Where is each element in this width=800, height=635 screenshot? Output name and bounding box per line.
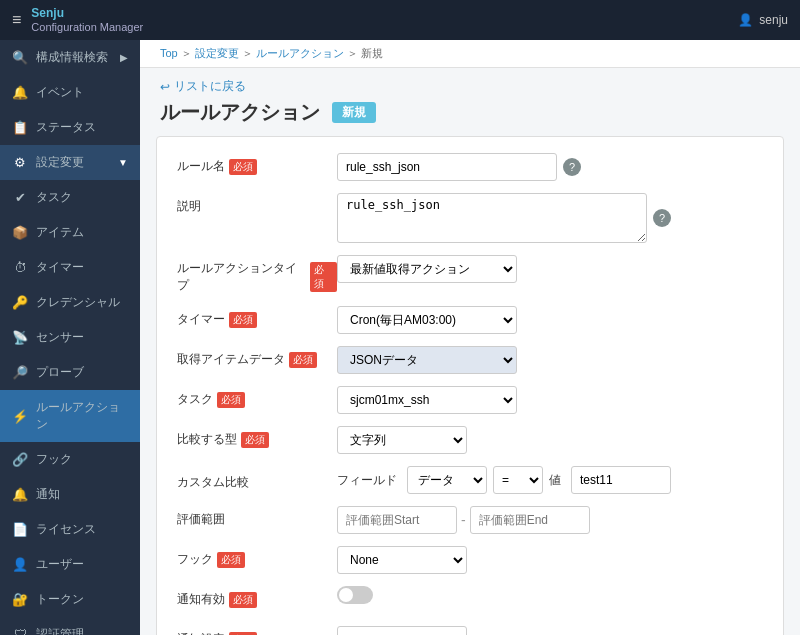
required-badge-2: 必須 xyxy=(310,262,337,292)
sidebar-item-task[interactable]: ✔ タスク xyxy=(0,180,140,215)
description-help-icon[interactable]: ? xyxy=(653,209,671,227)
sidebar-item-status[interactable]: 📋 ステータス xyxy=(0,110,140,145)
sidebar-item-rule-action[interactable]: ⚡ ルールアクション xyxy=(0,390,140,442)
form-panel: ルール名 必須 ? 説明 rule_ssh_json ? ルールア xyxy=(156,136,784,635)
sidebar-item-probe[interactable]: 🔎 プローブ xyxy=(0,355,140,390)
label-rule-name: ルール名 必須 xyxy=(177,153,337,175)
label-eval-range: 評価範囲 xyxy=(177,506,337,528)
form-row-notify-enabled: 通知有効 必須 xyxy=(177,586,763,614)
breadcrumb-config[interactable]: 設定変更 xyxy=(195,47,239,59)
form-row-eval-range: 評価範囲 - xyxy=(177,506,763,534)
notify-enabled-toggle[interactable] xyxy=(337,586,373,604)
control-description: rule_ssh_json ? xyxy=(337,193,763,243)
range-end-input[interactable] xyxy=(470,506,590,534)
field-label: フィールド xyxy=(337,472,397,489)
chevron-icon: ▶ xyxy=(120,52,128,63)
sidebar-item-hook[interactable]: 🔗 フック xyxy=(0,442,140,477)
fetch-data-select[interactable]: JSONデータ xyxy=(337,346,517,374)
notify-setting-select[interactable]: None xyxy=(337,626,467,635)
required-badge-5: 必須 xyxy=(217,392,245,408)
range-row: - xyxy=(337,506,590,534)
form-row-timer: タイマー 必須 Cron(毎日AM03:00) xyxy=(177,306,763,334)
sidebar-item-notification[interactable]: 🔔 通知 xyxy=(0,477,140,512)
compare-type-select[interactable]: 文字列 xyxy=(337,426,467,454)
control-timer: Cron(毎日AM03:00) xyxy=(337,306,763,334)
token-icon: 🔐 xyxy=(12,592,28,607)
sidebar-item-token[interactable]: 🔐 トークン xyxy=(0,582,140,617)
sidebar-item-auth[interactable]: 🛡 認証管理 xyxy=(0,617,140,635)
breadcrumb-rule-action[interactable]: ルールアクション xyxy=(256,47,344,59)
sidebar-item-event[interactable]: 🔔 イベント xyxy=(0,75,140,110)
form-row-task: タスク 必須 sjcm01mx_ssh xyxy=(177,386,763,414)
control-fetch-data: JSONデータ xyxy=(337,346,763,374)
probe-icon: 🔎 xyxy=(12,365,28,380)
control-task: sjcm01mx_ssh xyxy=(337,386,763,414)
required-badge-9: 必須 xyxy=(229,632,257,636)
label-compare-type: 比較する型 必須 xyxy=(177,426,337,448)
page-title: ルールアクション xyxy=(160,99,320,126)
form-row-compare-type: 比較する型 必須 文字列 xyxy=(177,426,763,454)
custom-value-input[interactable] xyxy=(571,466,671,494)
required-badge-8: 必須 xyxy=(229,592,257,608)
bell-icon: 🔔 xyxy=(12,85,28,100)
sidebar: 🔍 構成情報検索 ▶ 🔔 イベント 📋 ステータス ⚙ 設定変更 ▼ ✔ タスク… xyxy=(0,40,140,635)
form-row-rule-name: ルール名 必須 ? xyxy=(177,153,763,181)
sidebar-item-timer[interactable]: ⏱ タイマー xyxy=(0,250,140,285)
label-action-type: ルールアクションタイプ 必須 xyxy=(177,255,337,294)
required-badge-4: 必須 xyxy=(289,352,317,368)
form-row-notify-setting: 通知設定 必須 None xyxy=(177,626,763,635)
form-row-hook: フック 必須 None xyxy=(177,546,763,574)
sidebar-item-config-change[interactable]: ⚙ 設定変更 ▼ xyxy=(0,145,140,180)
label-notify-enabled: 通知有効 必須 xyxy=(177,586,337,608)
range-separator: - xyxy=(461,512,466,528)
description-textarea[interactable]: rule_ssh_json xyxy=(337,193,647,243)
label-hook: フック 必須 xyxy=(177,546,337,568)
check-icon: ✔ xyxy=(12,190,28,205)
back-link[interactable]: ↩ リストに戻る xyxy=(160,78,376,95)
hamburger-icon[interactable]: ≡ xyxy=(12,11,21,29)
form-row-description: 説明 rule_ssh_json ? xyxy=(177,193,763,243)
user-icon: 👤 xyxy=(12,557,28,572)
box-icon: 📦 xyxy=(12,225,28,240)
form-row-fetch-data: 取得アイテムデータ 必須 JSONデータ xyxy=(177,346,763,374)
label-fetch-data: 取得アイテムデータ 必須 xyxy=(177,346,337,368)
topbar-user: 👤 senju xyxy=(738,13,788,27)
required-badge-3: 必須 xyxy=(229,312,257,328)
hook-select[interactable]: None xyxy=(337,546,467,574)
control-notify-setting: None xyxy=(337,626,763,635)
control-hook: None xyxy=(337,546,763,574)
help-icon[interactable]: ? xyxy=(563,158,581,176)
rule-name-input[interactable] xyxy=(337,153,557,181)
label-timer: タイマー 必須 xyxy=(177,306,337,328)
label-task: タスク 必須 xyxy=(177,386,337,408)
task-select[interactable]: sjcm01mx_ssh xyxy=(337,386,517,414)
control-notify-enabled xyxy=(337,586,763,604)
sidebar-item-sensor[interactable]: 📡 センサー xyxy=(0,320,140,355)
required-badge-6: 必須 xyxy=(241,432,269,448)
breadcrumb-top[interactable]: Top xyxy=(160,47,178,59)
new-badge: 新規 xyxy=(332,102,376,123)
label-description: 説明 xyxy=(177,193,337,215)
page-header: ↩ リストに戻る ルールアクション 新規 xyxy=(140,68,800,132)
range-start-input[interactable] xyxy=(337,506,457,534)
chevron-down-icon: ▼ xyxy=(118,157,128,168)
custom-field-select[interactable]: データ xyxy=(407,466,487,494)
shield-icon: 🛡 xyxy=(12,627,28,635)
required-badge: 必須 xyxy=(229,159,257,175)
sidebar-item-license[interactable]: 📄 ライセンス xyxy=(0,512,140,547)
user-icon: 👤 xyxy=(738,13,753,27)
timer-icon: ⏱ xyxy=(12,260,28,275)
action-type-select[interactable]: 最新値取得アクション xyxy=(337,255,517,283)
sidebar-item-user[interactable]: 👤 ユーザー xyxy=(0,547,140,582)
app-logo: Senju Configuration Manager xyxy=(31,6,143,34)
sidebar-item-credential[interactable]: 🔑 クレデンシャル xyxy=(0,285,140,320)
form-row-custom-compare: カスタム比較 フィールド データ = 値 xyxy=(177,466,763,494)
timer-select[interactable]: Cron(毎日AM03:00) xyxy=(337,306,517,334)
list-icon: 📋 xyxy=(12,120,28,135)
custom-eq-select[interactable]: = xyxy=(493,466,543,494)
sidebar-item-item[interactable]: 📦 アイテム xyxy=(0,215,140,250)
search-icon: 🔍 xyxy=(12,50,28,65)
topbar: ≡ Senju Configuration Manager 👤 senju xyxy=(0,0,800,40)
required-badge-7: 必須 xyxy=(217,552,245,568)
sidebar-item-asset-search[interactable]: 🔍 構成情報検索 ▶ xyxy=(0,40,140,75)
